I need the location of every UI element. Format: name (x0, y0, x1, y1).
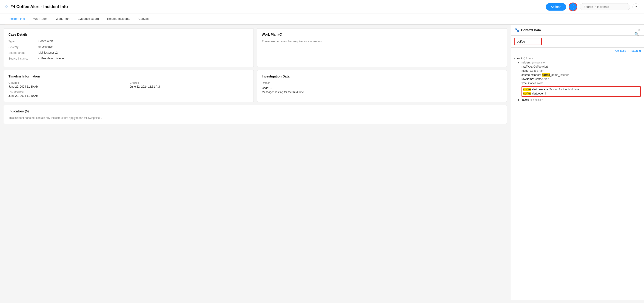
type-value: Coffee Alert (38, 40, 53, 43)
occurred-section: Occurred June 22, 2024 11:30 AM (8, 82, 128, 88)
severity-field: Severity Unknown (8, 45, 249, 49)
tab-bar: Incident Info War Room Work Plan Evidenc… (0, 14, 644, 24)
source-brand-field: Source Brand Mail Listener v2 (8, 51, 249, 54)
context-icon: 🐾 (514, 28, 519, 32)
tree-coffeealertcode: coffeealertcode: 3 (523, 92, 639, 96)
type-tree-key: type: (522, 82, 528, 85)
rawname-value: Coffee Alert (535, 78, 549, 81)
source-brand-value: Mail Listener v2 (38, 51, 58, 54)
incident-meta: {} 8 items (532, 61, 543, 64)
tree-source-instance: sourceInstance: coffee_demo_listener (514, 73, 641, 77)
timeline-card: Timeline Information Occurred June 22, 2… (4, 70, 254, 102)
severity-dot (38, 46, 41, 48)
close-button[interactable]: × (638, 28, 640, 32)
tree-coffeealertmessage: coffeealertmessage: Testing for the thir… (523, 87, 639, 92)
case-details-card: Case Details Type Coffee Alert Severity … (4, 28, 254, 67)
type-label: Type (8, 40, 38, 43)
work-plan-card: Work Plan (0) There are no tasks that re… (257, 28, 507, 67)
occurred-value: June 22, 2024 11:30 AM (8, 85, 128, 88)
source-instance-highlight: coffee (542, 73, 550, 76)
case-details-title: Case Details (8, 33, 249, 36)
source-instance-field: Source Instance coffee_demo_listener (8, 57, 249, 60)
source-brand-label: Source Brand (8, 51, 38, 54)
source-instance-tree-key: sourceInstance: (522, 73, 542, 76)
labels-toggle[interactable]: ▶ (518, 98, 520, 102)
help-button[interactable]: ? (632, 4, 640, 10)
rawtype-value: Coffee Alert (534, 65, 548, 68)
tab-related-incidents[interactable]: Related Incidents (103, 14, 134, 24)
coffee-alert-message-key: alertmessage: (532, 88, 550, 91)
source-instance-value: coffee_demo_listener (38, 57, 65, 60)
context-actions: Collapse | Expand (511, 48, 644, 54)
tree-incident: ▾ incident: {} 8 items ⇌ (514, 60, 641, 64)
source-instance-label: Source Instance (8, 57, 38, 60)
search-input[interactable] (580, 3, 630, 10)
investigation-title: Investigation Data (262, 74, 502, 78)
root-key: root: (517, 57, 523, 60)
labels-key: labels: (522, 98, 530, 102)
incident-transfer-icon: ⇌ (543, 62, 545, 64)
created-label: Created (130, 82, 249, 84)
root-toggle[interactable]: ▾ (514, 57, 516, 60)
investigation-details-label: Details (262, 82, 502, 84)
last-updated-value: June 22, 2024 11:40 AM (8, 94, 249, 98)
page-title: #4 Coffee Alert - Incident Info (10, 4, 68, 9)
labels-transfer-icon: ⇌ (542, 98, 543, 101)
work-plan-empty: There are no tasks that require your att… (262, 40, 502, 43)
tab-incident-info[interactable]: Incident Info (4, 14, 29, 24)
investigation-card: Investigation Data Details Code: 3 Messa… (257, 70, 507, 102)
tab-evidence-board[interactable]: Evidence Board (74, 14, 103, 24)
collapse-button[interactable]: Collapse (615, 49, 626, 52)
indicators-card: Indicators (0) This incident does not co… (4, 105, 507, 124)
tab-work-plan[interactable]: Work Plan (52, 14, 74, 24)
tree-name: name: Coffee Alert (514, 69, 641, 73)
tab-canvas[interactable]: Canvas (134, 14, 152, 24)
context-tree: ▾ root: {} 1 item ⇌ ▾ incident: {} 8 ite… (511, 54, 644, 300)
context-panel: 🐾 Context Data × 🔍 Collapse | Expand ▾ r… (511, 24, 644, 300)
rawtype-key: rawType: (522, 65, 534, 68)
transfer-icon: ⇌ (534, 57, 535, 60)
expand-button[interactable]: Expand (631, 49, 641, 52)
star-icon: ☆ (4, 4, 8, 10)
rawname-key: rawName: (522, 78, 535, 81)
timeline-grid: Occurred June 22, 2024 11:30 AM Created … (8, 82, 249, 88)
tree-rawtype: rawType: Coffee Alert (514, 64, 641, 69)
tab-war-room[interactable]: War Room (29, 14, 52, 24)
coffee-alert-code-highlight: coffee (523, 92, 532, 95)
search-icon: 🔍 (634, 32, 639, 36)
timeline-title: Timeline Information (8, 74, 249, 78)
left-panel: Case Details Type Coffee Alert Severity … (0, 24, 511, 300)
investigation-message: Message: Testing for the third time (262, 90, 502, 94)
coffee-alert-code-key: alertcode: (532, 92, 544, 95)
incident-key: incident: (521, 61, 531, 64)
coffee-alert-message-highlight: coffee (523, 88, 532, 91)
context-header-title: 🐾 Context Data (514, 28, 541, 32)
main-layout: Case Details Type Coffee Alert Severity … (0, 24, 644, 300)
tree-type: type: Coffee Alert (514, 81, 641, 85)
indicators-title: Indicators (0) (8, 110, 502, 113)
incident-toggle[interactable]: ▾ (518, 61, 519, 64)
context-header: 🐾 Context Data × (511, 24, 644, 36)
tree-root: ▾ root: {} 1 item ⇌ (514, 56, 641, 60)
context-title: Context Data (521, 28, 541, 32)
header-right: Actions ⋮ ? (546, 2, 640, 11)
last-updated-section: Last Updated June 22, 2024 11:40 AM (8, 90, 249, 98)
source-instance-tree-value: _demo_listener (550, 73, 568, 76)
created-value: June 22, 2024 11:31 AM (130, 85, 249, 88)
name-key: name: (522, 69, 530, 72)
severity-label: Severity (8, 46, 38, 49)
header-left: ☆ #4 Coffee Alert - Incident Info (4, 4, 68, 10)
last-updated-label: Last Updated (8, 90, 249, 93)
actions-button[interactable]: Actions (546, 3, 566, 10)
divider: | (628, 49, 629, 52)
context-search-bar: 🔍 (511, 36, 644, 48)
more-options-button[interactable]: ⋮ (568, 2, 577, 11)
work-plan-title: Work Plan (0) (262, 33, 502, 36)
type-tree-value: Coffee Alert (528, 82, 542, 85)
severity-value: Unknown (38, 45, 53, 48)
highlighted-rows: coffeealertmessage: Testing for the thir… (522, 86, 641, 97)
name-value: Coffee Alert (530, 69, 544, 72)
context-search-input[interactable] (514, 38, 542, 45)
type-field: Type Coffee Alert (8, 40, 249, 43)
created-section: Created June 22, 2024 11:31 AM (130, 82, 249, 88)
